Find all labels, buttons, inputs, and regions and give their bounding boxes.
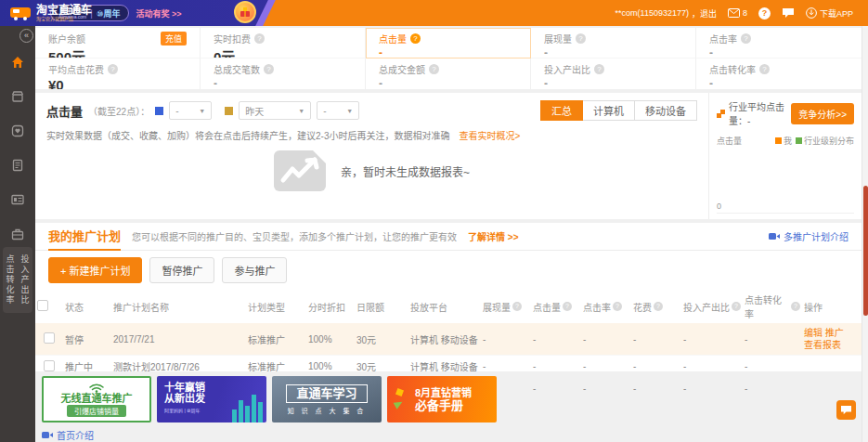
help-icon[interactable]: ? [758,7,771,20]
total-ctr: - [581,378,631,400]
sidebar-item-toolbox[interactable] [0,216,35,251]
edit-promote-links[interactable]: 编辑 推广 [804,327,860,339]
collapse-sidebar-button[interactable]: « [19,29,33,43]
mail-item[interactable]: 8 [728,8,747,18]
col-roi: 投入产出比? [681,290,743,323]
industry-title: 行业平均点击量：- [729,99,787,127]
metric-value: ¥0 [48,77,187,89]
sidebar-item-home[interactable] [0,45,35,79]
logout-link[interactable]: ，退出 [692,7,717,20]
info-icon[interactable]: ? [732,302,741,311]
chat-icon [782,7,795,19]
info-icon[interactable]: ? [791,302,800,311]
banner-learning[interactable]: 直通车学习 知 识 点 大 集 合 [272,376,382,422]
plan-status: 暂停 [63,323,111,356]
scrollbar-thumb[interactable] [863,186,868,316]
plan-limit-link[interactable]: 30元 [355,323,408,356]
learn-more-link[interactable]: 了解详情 >> [468,229,518,243]
sidebar-item-favorite[interactable] [0,113,35,148]
col-limit: 日限额 [355,290,408,323]
col-label: 展现量 [483,300,511,314]
col-platform: 投放平台 [408,290,481,323]
homepage-intro[interactable]: 首页介绍 [42,428,94,442]
banner-ten-years[interactable]: 十年赢销 从新出发 阿里妈妈 | ⑩周年 [157,376,266,422]
empty-chart-text: 亲，暂时未生成数据报表~ [341,163,470,179]
video-icon [42,431,53,439]
info-icon[interactable]: ? [410,33,421,44]
tab-computer[interactable]: 计算机 [582,100,635,121]
info-icon[interactable]: ? [264,64,274,74]
info-icon[interactable]: ? [613,302,622,311]
info-icon[interactable]: ? [254,33,265,44]
row-checkbox[interactable] [44,332,55,344]
row-checkbox[interactable] [44,360,55,371]
info-icon[interactable]: ? [759,64,770,74]
new-plan-button[interactable]: + 新建推广计划 [48,257,142,283]
info-icon[interactable]: ? [429,64,439,74]
plan-platform-link[interactable]: 计算机 移动设备 [408,356,481,378]
plan-status: 推广中 [63,356,111,378]
metric-label: 总成交金额 [379,62,425,76]
info-icon[interactable]: ? [512,302,522,311]
col-name: 推广计划名称 [111,290,246,323]
col-ctr: 点击率? [581,290,631,323]
metric-label: 总成交笔数 [214,62,260,76]
view-report-link[interactable]: 查看报表 [804,339,860,351]
account-name: **com(1150932177) [615,8,689,18]
join-plan-button[interactable]: 参与推广 [222,257,287,283]
promo-link[interactable]: 活动有奖 >> [136,7,182,20]
page-scrollbar[interactable] [862,26,868,442]
plan-cvr: - [743,356,802,378]
banner-wireless-promo[interactable]: 无线直通车推广 引爆店铺销量 [42,376,151,422]
metric-value: - [379,46,517,58]
recharge-button[interactable]: 充值 [161,32,187,46]
metric-value: - [544,77,682,89]
plan-limit-link[interactable]: 30元 [355,356,408,378]
download-item[interactable]: 下载APP [806,7,853,20]
app-logo[interactable]: 淘宝直通车 淘宝官方营销产品 [9,5,92,21]
select-all-checkbox[interactable] [37,300,48,311]
quick-metrics-widget[interactable]: 点击转化率 投入产出比 [3,247,32,313]
service-item[interactable] [782,7,795,19]
tab-summary[interactable]: 汇总 [540,100,583,121]
sidebar-item-shop[interactable] [0,79,35,113]
series1-select[interactable]: -▼ [169,101,212,120]
metric-roi: 投入产出比? - [531,58,696,89]
date-select[interactable]: 昨天▼ [239,101,311,120]
pause-plan-button[interactable]: 暂停推广 [149,257,214,283]
info-icon[interactable]: ? [576,33,586,44]
quick-metric-roi: 投入产出比 [19,254,32,306]
col-status: 状态 [63,290,111,323]
col-cvr: 点击转化率? [743,290,802,323]
realtime-overview-link[interactable]: 查看实时概况> [459,128,520,142]
metric-impressions: 展现量? - [531,28,696,58]
info-icon[interactable]: ? [741,33,751,44]
gift-icon[interactable] [234,1,256,23]
plan-discount-link[interactable]: 100% [306,323,355,356]
plan-roi: - [681,356,743,378]
table-row: 推广中 测款计划2017/8/7/26 标准推广 100% 30元 计算机 移动… [35,356,862,378]
info-icon[interactable]: ? [654,302,663,311]
multi-plan-intro-link[interactable]: 多推广计划介绍 [769,229,849,243]
plan-name-link[interactable]: 2017/7/21 [111,323,246,356]
metric-gmv: 总成交金额? - [366,58,531,89]
download-icon [806,7,817,19]
plan-platform-link[interactable]: 计算机 移动设备 [408,323,481,356]
metric-label: 平均点击花费 [48,62,104,76]
metric-realtime-cost: 实时扣费? 0元 [201,28,366,58]
plan-name-link[interactable]: 测款计划2017/8/7/26 [111,356,246,378]
sidebar-item-news[interactable] [0,182,35,216]
metric-label: 展现量 [544,32,572,46]
plan-discount-link[interactable]: 100% [306,356,355,378]
info-icon[interactable]: ? [594,64,604,74]
info-icon[interactable]: ? [108,64,118,74]
tab-mobile[interactable]: 移动设备 [634,100,697,121]
info-icon[interactable]: ? [563,302,572,311]
zhitongche-logo-icon [9,6,32,21]
customer-service-button[interactable] [836,400,856,420]
sidebar-item-report[interactable] [0,148,35,182]
competition-analysis-button[interactable]: 竞争分析>> [791,103,854,124]
tab-my-plans[interactable]: 我的推广计划 [48,223,121,251]
banner-august-handbook[interactable]: 8月直钻营销 必备手册 [387,376,497,422]
series3-select[interactable]: -▼ [317,101,359,120]
